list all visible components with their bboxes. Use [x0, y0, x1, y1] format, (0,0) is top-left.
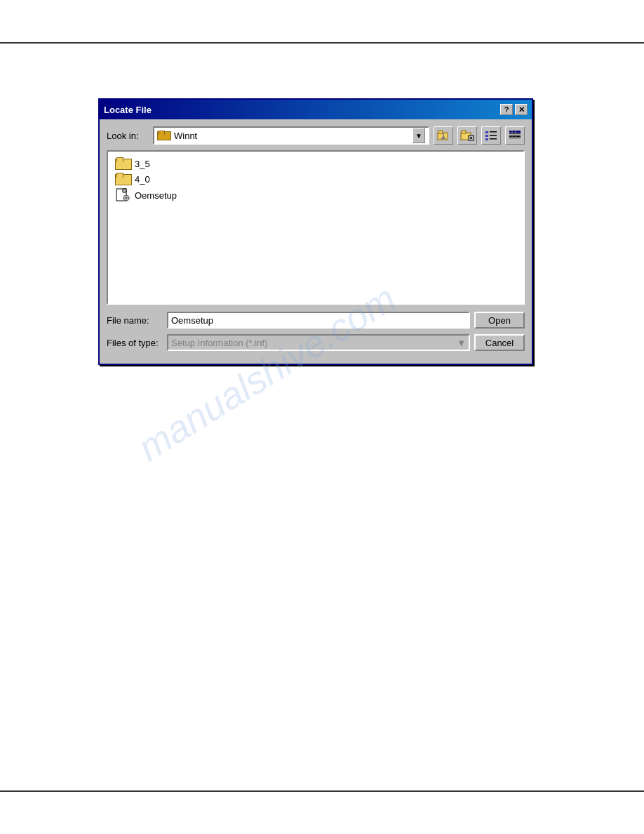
svg-point-25 [126, 197, 128, 199]
dialog-window: Locate File ? ✕ Look in: Winnt ▼ [98, 98, 533, 365]
help-button[interactable]: ? [500, 104, 513, 115]
svg-rect-5 [462, 131, 466, 133]
lookin-dropdown-arrow[interactable]: ▼ [412, 128, 425, 143]
svg-rect-15 [509, 131, 521, 133]
bottom-rule [0, 790, 644, 792]
svg-rect-16 [509, 133, 521, 134]
list-item[interactable]: Oemsetup [112, 187, 519, 204]
svg-rect-27 [126, 200, 127, 201]
folder-icon-small [157, 131, 170, 140]
svg-rect-18 [509, 136, 521, 137]
lookin-row: Look in: Winnt ▼ [107, 126, 525, 145]
svg-rect-12 [490, 135, 497, 136]
filetype-value: Setup Information (*.inf) [171, 338, 267, 348]
close-button[interactable]: ✕ [515, 104, 528, 115]
dialog-title: Locate File [104, 105, 152, 115]
filename-label: File name: [107, 315, 163, 326]
svg-rect-29 [128, 197, 130, 199]
cancel-button[interactable]: Cancel [474, 334, 525, 351]
list-item[interactable]: 3_5 [112, 156, 519, 171]
svg-rect-11 [485, 135, 488, 137]
file-item-name: 4_0 [135, 174, 150, 185]
titlebar-buttons: ? ✕ [500, 104, 528, 115]
lookin-dropdown[interactable]: Winnt ▼ [153, 126, 429, 145]
lookin-value: Winnt [174, 131, 197, 141]
locate-file-dialog: Locate File ? ✕ Look in: Winnt ▼ [98, 98, 533, 365]
svg-rect-17 [509, 135, 521, 135]
filetype-label: Files of type: [107, 338, 163, 348]
file-item-name: Oemsetup [135, 190, 177, 201]
filename-input[interactable] [167, 312, 470, 329]
svg-rect-26 [126, 195, 127, 197]
file-list[interactable]: 3_5 4_0 [107, 150, 525, 305]
svg-rect-28 [123, 197, 125, 199]
open-button[interactable]: Open [474, 312, 525, 329]
lookin-label: Look in: [107, 131, 149, 141]
svg-rect-9 [485, 131, 488, 133]
filetype-arrow: ▼ [457, 338, 466, 348]
details-view-button[interactable] [505, 126, 525, 145]
list-item[interactable]: 4_0 [112, 171, 519, 187]
document-icon [115, 188, 130, 202]
filetype-row: Files of type: Setup Information (*.inf)… [107, 334, 525, 351]
svg-rect-14 [490, 138, 497, 140]
svg-marker-23 [123, 189, 126, 192]
up-folder-button[interactable] [434, 126, 453, 145]
file-item-name: 3_5 [135, 159, 150, 169]
list-view-button[interactable] [481, 126, 501, 145]
top-rule [0, 42, 644, 44]
dialog-body: Look in: Winnt ▼ [100, 119, 532, 364]
svg-rect-10 [490, 131, 497, 133]
dialog-titlebar: Locate File ? ✕ [100, 100, 532, 119]
svg-rect-19 [509, 138, 521, 138]
folder-icon [115, 157, 130, 170]
folder-icon [115, 173, 130, 185]
new-folder-button[interactable] [457, 126, 477, 145]
svg-rect-1 [438, 131, 443, 133]
filetype-dropdown[interactable]: Setup Information (*.inf) ▼ [167, 334, 470, 351]
filename-row: File name: Open [107, 312, 525, 329]
svg-rect-13 [485, 138, 488, 140]
